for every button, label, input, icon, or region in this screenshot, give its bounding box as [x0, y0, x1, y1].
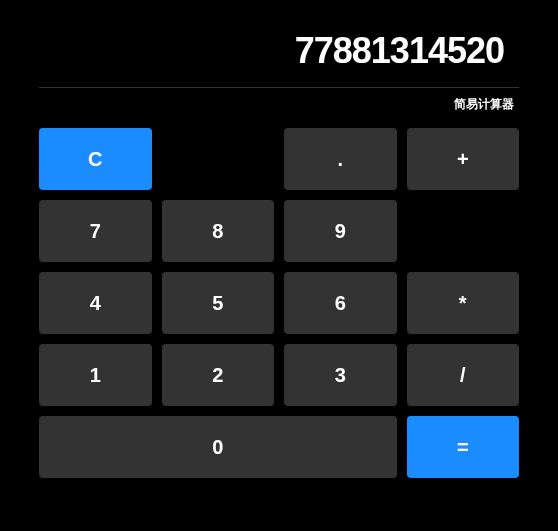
two-button[interactable]: 2	[162, 344, 275, 406]
five-button[interactable]: 5	[162, 272, 275, 334]
button-grid: C . + 7 8 9 4 5 6 * 1 2 3 / 0 =	[39, 128, 519, 478]
calculator-container: 77881314520 简易计算器 C . + 7 8 9 4 5 6 * 1 …	[19, 0, 539, 498]
six-button[interactable]: 6	[284, 272, 397, 334]
multiply-button[interactable]: *	[407, 272, 520, 334]
subtitle-label: 简易计算器	[39, 96, 519, 113]
spacer	[162, 128, 275, 190]
eight-button[interactable]: 8	[162, 200, 275, 262]
one-button[interactable]: 1	[39, 344, 152, 406]
zero-button[interactable]: 0	[39, 416, 397, 478]
dot-button[interactable]: .	[284, 128, 397, 190]
divider-line	[39, 87, 519, 88]
equals-button[interactable]: =	[407, 416, 520, 478]
clear-button[interactable]: C	[39, 128, 152, 190]
display-output: 77881314520	[39, 20, 519, 87]
seven-button[interactable]: 7	[39, 200, 152, 262]
nine-button[interactable]: 9	[284, 200, 397, 262]
divide-button[interactable]: /	[407, 344, 520, 406]
plus-button[interactable]: +	[407, 128, 520, 190]
spacer	[407, 200, 520, 262]
three-button[interactable]: 3	[284, 344, 397, 406]
four-button[interactable]: 4	[39, 272, 152, 334]
